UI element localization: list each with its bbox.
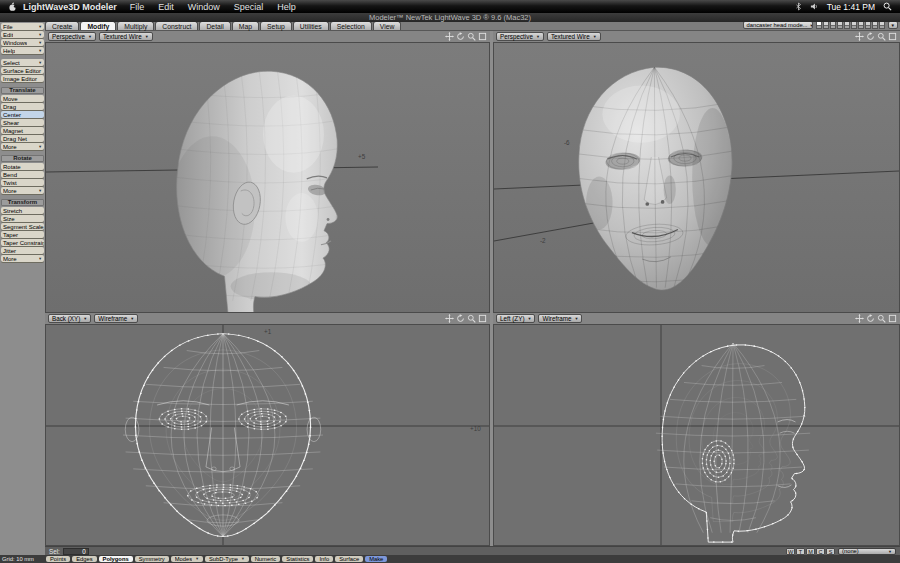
- tool-taper-button[interactable]: Taper: [1, 231, 44, 238]
- menubar-item-window[interactable]: Window: [181, 2, 227, 12]
- viewport-view-dropdown[interactable]: Left (ZY)▼: [496, 314, 535, 323]
- sidebar-menu-select[interactable]: Select▼: [1, 59, 44, 66]
- sidebar-button-image-editor[interactable]: Image Editor: [1, 75, 44, 82]
- pan-icon[interactable]: [855, 32, 864, 41]
- mode-edges-button[interactable]: Edges: [72, 556, 96, 563]
- rotate-icon[interactable]: [456, 314, 465, 323]
- zoom-icon[interactable]: [467, 314, 476, 323]
- bluetooth-icon[interactable]: [795, 2, 802, 11]
- menubar-item-file[interactable]: File: [123, 2, 152, 12]
- modes-dropdown[interactable]: Modes▼: [171, 556, 203, 563]
- menubar-item-edit[interactable]: Edit: [151, 2, 181, 12]
- apple-menu[interactable]: [8, 2, 17, 12]
- tool-size-button[interactable]: Size: [1, 215, 44, 222]
- viewport-mode-dropdown[interactable]: Textured Wire▼: [547, 32, 601, 41]
- menubar-item-special[interactable]: Special: [227, 2, 271, 12]
- vmap-t-button[interactable]: T: [796, 548, 805, 555]
- tool-stretch-button[interactable]: Stretch: [1, 207, 44, 214]
- sidebar-more-transform[interactable]: More▼: [1, 255, 44, 262]
- tool-rotate-button[interactable]: Rotate: [1, 163, 44, 170]
- viewport-mode-dropdown[interactable]: Textured Wire▼: [99, 32, 153, 41]
- viewport-view-dropdown[interactable]: Perspective▼: [496, 32, 544, 41]
- statistics-button[interactable]: Statistics: [282, 556, 313, 563]
- tab-create[interactable]: Create: [45, 21, 79, 30]
- info-button[interactable]: Info: [315, 556, 333, 563]
- tab-utilities[interactable]: Utilities: [293, 21, 329, 30]
- layer-6-button[interactable]: [851, 21, 857, 29]
- spotlight-icon[interactable]: [883, 2, 892, 11]
- make-button[interactable]: Make: [365, 556, 387, 563]
- viewport-left-wireframe[interactable]: [493, 324, 900, 546]
- pan-icon[interactable]: [445, 314, 454, 323]
- sidebar-menu-edit[interactable]: Edit▼: [1, 31, 44, 38]
- layer-2-button[interactable]: [823, 21, 829, 29]
- tool-shear-button[interactable]: Shear: [1, 119, 44, 126]
- vmap-w-button[interactable]: W: [786, 548, 795, 555]
- layer-10-button[interactable]: [879, 21, 885, 29]
- pan-icon[interactable]: [445, 32, 454, 41]
- zoom-icon[interactable]: [467, 32, 476, 41]
- tool-taper-constrain-button[interactable]: Taper Constrain: [1, 239, 44, 246]
- numeric-button[interactable]: Numeric: [251, 556, 281, 563]
- viewport-mode-dropdown[interactable]: Wireframe▼: [94, 314, 138, 323]
- sidebar-menu-file[interactable]: File▼: [1, 23, 44, 30]
- symmetry-button[interactable]: Symmetry: [135, 556, 169, 563]
- maximize-icon[interactable]: [478, 32, 487, 41]
- tool-move-button[interactable]: Move: [1, 95, 44, 102]
- tool-segment-scale-button[interactable]: Segment Scale: [1, 223, 44, 230]
- tool-magnet-button[interactable]: Magnet: [1, 127, 44, 134]
- mode-points-button[interactable]: Points: [46, 556, 70, 563]
- layer-8-button[interactable]: [865, 21, 871, 29]
- vmap-dropdown[interactable]: (none) ▼: [838, 548, 896, 555]
- viewport-mode-dropdown[interactable]: Wireframe▼: [538, 314, 582, 323]
- vmap-s-button[interactable]: S: [826, 548, 835, 555]
- object-dropdown[interactable]: dancaster head mode... ▼: [743, 21, 813, 29]
- tool-center-button[interactable]: Center: [1, 111, 44, 118]
- tab-modify[interactable]: Modify: [80, 21, 116, 30]
- layer-3-button[interactable]: [830, 21, 836, 29]
- maximize-icon[interactable]: [888, 32, 897, 41]
- viewport-perspective-textured-wire[interactable]: -6-2: [493, 42, 900, 313]
- tab-multiply[interactable]: Multiply: [117, 21, 154, 30]
- layer-1-button[interactable]: [816, 21, 822, 29]
- maximize-icon[interactable]: [478, 314, 487, 323]
- volume-icon[interactable]: [810, 2, 819, 11]
- rotate-icon[interactable]: [456, 32, 465, 41]
- sidebar-menu-windows[interactable]: Windows▼: [1, 39, 44, 46]
- viewport-perspective-shaded[interactable]: +5: [45, 42, 490, 313]
- layer-7-button[interactable]: [858, 21, 864, 29]
- tool-drag-button[interactable]: Drag: [1, 103, 44, 110]
- menubar-item-help[interactable]: Help: [270, 2, 303, 12]
- zoom-icon[interactable]: [877, 32, 886, 41]
- window-titlebar[interactable]: Modeler™ NewTek LightWave 3D ® 9.6 (Mac3…: [0, 13, 900, 22]
- tab-construct[interactable]: Construct: [155, 21, 198, 30]
- menubar-app-name[interactable]: LightWave3D Modeler: [23, 2, 117, 12]
- layer-9-button[interactable]: [872, 21, 878, 29]
- sidebar-more-rotate[interactable]: More▼: [1, 187, 44, 194]
- zoom-icon[interactable]: [877, 314, 886, 323]
- sidebar-menu-help[interactable]: Help▼: [1, 47, 44, 54]
- tab-map[interactable]: Map: [232, 21, 259, 30]
- layer-5-button[interactable]: [844, 21, 850, 29]
- subd-type-dropdown[interactable]: SubD-Type▼: [205, 556, 249, 563]
- mode-polygons-button[interactable]: Polygons: [99, 556, 133, 563]
- menubar-clock[interactable]: Tue 1:41 PM: [827, 2, 875, 12]
- vmap-m-button[interactable]: M: [806, 548, 815, 555]
- rotate-icon[interactable]: [866, 314, 875, 323]
- rotate-icon[interactable]: [866, 32, 875, 41]
- viewport-back-wireframe[interactable]: +1+10+2: [45, 324, 490, 546]
- viewport-view-dropdown[interactable]: Back (XY)▼: [48, 314, 91, 323]
- viewport-view-dropdown[interactable]: Perspective▼: [48, 32, 96, 41]
- layer-4-button[interactable]: [837, 21, 843, 29]
- sidebar-button-surface-editor[interactable]: Surface Editor: [1, 67, 44, 74]
- pan-icon[interactable]: [855, 314, 864, 323]
- tool-jitter-button[interactable]: Jitter: [1, 247, 44, 254]
- surface-button[interactable]: Surface: [335, 556, 363, 563]
- sidebar-more-translate[interactable]: More▼: [1, 143, 44, 150]
- tab-setup[interactable]: Setup: [260, 21, 292, 30]
- maximize-icon[interactable]: [888, 314, 897, 323]
- vmap-c-button[interactable]: C: [816, 548, 825, 555]
- tool-drag-net-button[interactable]: Drag Net: [1, 135, 44, 142]
- tool-twist-button[interactable]: Twist: [1, 179, 44, 186]
- layer-bank-dropdown[interactable]: ▼: [888, 21, 898, 29]
